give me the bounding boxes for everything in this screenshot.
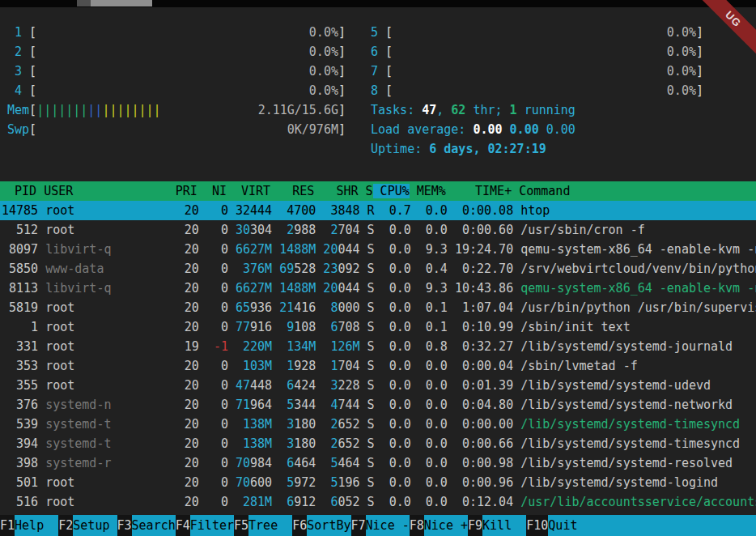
cell-shr: 000 xyxy=(338,300,359,315)
meter-open-bracket: [ xyxy=(29,42,36,62)
process-row-501[interactable]: 501 root 20 0 70600 5972 5196 S 0.0 0.0 … xyxy=(0,473,756,492)
cell-mem: 0.1 xyxy=(411,300,448,315)
cell-res-hi: 6 xyxy=(272,495,294,509)
cell-virt-hi: 30 xyxy=(228,223,250,237)
column-header-pid[interactable]: PID xyxy=(0,184,36,198)
cell-s: S xyxy=(360,378,375,393)
cpu-meter-1: 1 [0.0%] xyxy=(7,23,346,42)
cell-mem: 0.0 xyxy=(411,203,448,218)
cell-s: S xyxy=(360,417,375,432)
meter-close-bracket: ] xyxy=(338,81,346,100)
fkey-f7-nice-[interactable]: F7Nice - xyxy=(351,515,410,536)
cell-pri: 20 xyxy=(111,378,198,393)
cell-ni: 0 xyxy=(199,378,228,393)
meter-open-bracket: [ xyxy=(29,120,36,139)
fkey-action-label: Help xyxy=(15,515,58,536)
cell-res-hi: 9 xyxy=(272,320,294,334)
column-header-mem[interactable]: MEM% xyxy=(410,184,446,198)
cell-res: 134M xyxy=(272,339,316,354)
cell-pid: 353 xyxy=(2,359,38,373)
cell-res: 1488M xyxy=(272,281,316,296)
process-row-512[interactable]: 512 root 20 0 30304 2988 2704 S 0.0 0.0 … xyxy=(0,220,756,240)
cell-user: www-data xyxy=(38,262,111,276)
column-header-time[interactable]: TIME+ xyxy=(446,184,512,198)
cell-shr: 652 xyxy=(338,417,359,432)
cpu-meter-5-label: 5 xyxy=(363,23,385,42)
fkey-f3-search[interactable]: F3Search xyxy=(117,515,176,536)
process-row-14785[interactable]: 14785 root 20 0 32444 4700 3848 R 0.7 0.… xyxy=(0,201,756,220)
column-header-cmd[interactable]: Command xyxy=(512,184,570,198)
debug-ribbon-label: UG xyxy=(723,9,744,30)
process-row-1[interactable]: 1 root 20 0 77916 9108 6708 S 0.0 0.1 0:… xyxy=(0,317,756,337)
fkey-f5-tree[interactable]: F5Tree xyxy=(234,515,292,536)
cell-shr-hi: 1 xyxy=(316,359,338,373)
cell-s: S xyxy=(360,320,375,334)
cell-shr-hi: 3 xyxy=(316,378,338,393)
htop-screen: UG 1 [0.0%] 2 [0.0%] 3 [0.0%] 4 [0.0%]Me… xyxy=(0,0,756,536)
cell-cpu: 0.0 xyxy=(375,436,411,451)
process-row-331[interactable]: 331 root 19 -1 220M 134M 126M S 0.0 0.8 … xyxy=(0,337,756,356)
cell-cpu: 0.0 xyxy=(375,320,411,334)
process-row-5819[interactable]: 5819 root 20 0 65936 21416 8000 S 0.0 0.… xyxy=(0,298,756,317)
cell-shr-hi: 8 xyxy=(316,300,338,315)
load-average-line-part: Load average: xyxy=(371,122,473,137)
cell-user: systemd-r xyxy=(38,456,111,470)
column-header-ni[interactable]: NI xyxy=(197,184,227,198)
cell-shr-hi: 2 xyxy=(316,417,338,432)
cell-cmd: /lib/systemd/systemd-timesyncd xyxy=(513,417,740,432)
process-row-539[interactable]: 539 systemd-t 20 0 138M 3180 2652 S 0.0 … xyxy=(0,415,756,434)
cell-res-hi: 5 xyxy=(272,475,294,490)
column-header-res[interactable]: RES xyxy=(270,184,314,198)
fkey-f10-quit[interactable]: F10Quit xyxy=(526,515,592,536)
cpu-meter-6-label: 6 xyxy=(363,42,385,62)
process-row-376[interactable]: 376 systemd-n 20 0 71964 5344 4744 S 0.0… xyxy=(0,395,756,415)
fkey-f2-setup[interactable]: F2Setup xyxy=(58,515,117,536)
cpu-meter-8-value: 0.0% xyxy=(667,81,696,100)
fkey-f6-sortby[interactable]: F6SortBy xyxy=(292,515,350,536)
process-row-8113[interactable]: 8113 libvirt-q 20 0 6627M 1488M 20044 S … xyxy=(0,279,756,298)
tasks-line-part: Tasks: xyxy=(371,103,422,117)
column-header-virt[interactable]: VIRT xyxy=(227,184,270,198)
cell-s: S xyxy=(360,475,375,490)
cell-pid: 14785 xyxy=(2,203,38,218)
process-row-398[interactable]: 398 systemd-r 20 0 70984 6464 5464 S 0.0… xyxy=(0,453,756,473)
process-row-353[interactable]: 353 root 20 0 103M 1928 1704 S 0.0 0.0 0… xyxy=(0,356,756,376)
cell-mem: 0.0 xyxy=(411,378,448,393)
cell-mem: 0.0 xyxy=(411,223,448,237)
process-row-5850[interactable]: 5850 www-data 20 0 376M 69528 23092 S 0.… xyxy=(0,259,756,279)
fkey-f1-help[interactable]: F1Help xyxy=(0,515,58,536)
cell-time: 10:43.86 xyxy=(448,281,513,296)
cell-shr: 092 xyxy=(338,262,359,276)
cell-virt: 916 xyxy=(250,320,272,334)
swap-meter-label: Swp xyxy=(7,120,29,139)
column-header-pri[interactable]: PRI xyxy=(109,184,197,198)
cpu-meter-2-label: 2 xyxy=(7,42,29,62)
cell-res: 424 xyxy=(294,378,316,393)
fkey-key-label: F8 xyxy=(410,515,424,536)
cell-mem: 0.0 xyxy=(411,436,448,451)
cell-virt: 138M xyxy=(228,417,272,432)
cell-s: S xyxy=(360,242,375,257)
cpu-meter-4: 4 [0.0%] xyxy=(7,81,346,100)
cell-cmd: /srv/webvirtcloud/venv/bin/python3 xyxy=(513,262,756,276)
cell-mem: 0.0 xyxy=(411,475,448,490)
process-row-355[interactable]: 355 root 20 0 47448 6424 3228 S 0.0 0.0 … xyxy=(0,376,756,395)
fkey-f9-kill[interactable]: F9Kill xyxy=(468,515,526,536)
process-row-394[interactable]: 394 systemd-t 20 0 138M 3180 2652 S 0.0 … xyxy=(0,434,756,453)
cell-user: root xyxy=(38,359,111,373)
meter-empty-space xyxy=(36,81,309,100)
cell-virt: 448 xyxy=(250,378,272,393)
column-header-s[interactable]: S xyxy=(359,184,373,198)
process-row-8097[interactable]: 8097 libvirt-q 20 0 6627M 1488M 20044 S … xyxy=(0,240,756,259)
fkey-f8-nice+[interactable]: F8Nice + xyxy=(410,515,468,536)
process-table: 14785 root 20 0 32444 4700 3848 R 0.7 0.… xyxy=(0,201,756,512)
fkey-f4-filter[interactable]: F4Filter xyxy=(176,515,234,536)
meter-open-bracket: [ xyxy=(29,100,36,120)
cell-user: root xyxy=(38,475,111,490)
process-row-516[interactable]: 516 root 20 0 281M 6912 6052 S 0.0 0.0 0… xyxy=(0,492,756,512)
column-header-cpu[interactable]: CPU% xyxy=(373,184,410,198)
column-header-user[interactable]: USER xyxy=(36,184,109,198)
fkey-key-label: F5 xyxy=(234,515,248,536)
column-header-shr[interactable]: SHR xyxy=(314,184,358,198)
cpu-meter-8-label: 8 xyxy=(363,81,385,100)
